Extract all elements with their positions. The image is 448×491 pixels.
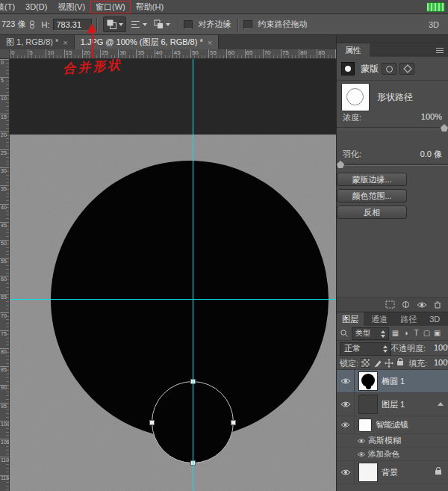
mask-edge-button[interactable]: 蒙版边缘... — [337, 173, 407, 186]
document-tab-bar: 图 1, RGB/8) * × 1.JPG @ 100% (图层 6, RGB/… — [0, 35, 336, 49]
document-tab-1[interactable]: 图 1, RGB/8) * × — [0, 35, 75, 49]
collapse-smart-filters-icon[interactable] — [438, 402, 444, 406]
filter-name[interactable]: 高斯模糊 — [368, 435, 401, 446]
close-tab-icon[interactable]: × — [208, 38, 212, 47]
path-anchor-point[interactable] — [231, 420, 236, 425]
path-anchor-point[interactable] — [149, 420, 155, 425]
fill-value[interactable]: 100% — [434, 358, 448, 367]
circle-path-icon — [346, 88, 364, 105]
layer-thumbnail[interactable] — [358, 371, 378, 391]
canvas-viewport[interactable] — [10, 59, 336, 491]
document-tab-2[interactable]: 1.JPG @ 100% (图层 6, RGB/8) * × — [75, 35, 219, 49]
add-pixel-mask-button[interactable] — [382, 63, 396, 75]
align-edges-label: 对齐边缘 — [198, 19, 231, 30]
visibility-eye-icon[interactable] — [355, 448, 368, 460]
properties-tab-row: 属性 — [337, 43, 448, 57]
lock-label: 锁定: — [340, 358, 358, 369]
layer-thumbnail[interactable] — [358, 463, 378, 482]
tab-properties[interactable]: 属性 — [337, 43, 370, 57]
lock-icon — [397, 361, 403, 365]
blend-mode-select[interactable]: 正常 — [340, 342, 391, 356]
filter-type-label: 类型 — [355, 329, 370, 337]
filter-type-layers-icon[interactable]: T — [411, 328, 421, 339]
layer-row-layer-1[interactable]: 图层 1 — [337, 393, 448, 416]
layer-name[interactable]: 智能滤镜 — [376, 419, 408, 430]
visibility-eye-icon[interactable] — [337, 393, 355, 416]
layer-row-background[interactable]: 背景 — [337, 461, 448, 484]
slider-knob[interactable] — [441, 124, 448, 132]
document-surface[interactable] — [10, 135, 336, 491]
mask-visibility-icon[interactable] — [417, 301, 427, 309]
mask-label: 蒙版 — [361, 63, 379, 75]
layer-name[interactable]: 椭圆 1 — [382, 376, 405, 387]
invert-button[interactable]: 反相 — [337, 206, 407, 219]
layer-row-gaussian-blur[interactable]: 高斯模糊 — [337, 434, 448, 448]
layer-list: 椭圆 1 图层 1 智能滤镜 高斯模糊 — [337, 370, 448, 491]
ruler-number: 5 — [0, 77, 9, 95]
menu-help[interactable]: 帮助(H) — [131, 1, 169, 13]
ruler-number: 15 — [64, 49, 82, 58]
close-tab-icon[interactable]: × — [63, 38, 67, 47]
visibility-eye-icon[interactable] — [337, 370, 355, 392]
filter-name[interactable]: 添加杂色 — [368, 449, 399, 460]
filter-type-select[interactable]: 类型 — [352, 327, 389, 340]
layer-name[interactable]: 背景 — [382, 467, 398, 478]
slider-knob[interactable] — [337, 161, 344, 168]
layer-thumbnail[interactable] — [358, 395, 378, 414]
horizontal-guide[interactable] — [10, 299, 336, 300]
horizontal-ruler[interactable]: 0510152025303540455055606570758085 — [10, 49, 336, 59]
spinner-arrows-icon — [381, 330, 386, 338]
apply-mask-icon[interactable] — [401, 300, 411, 309]
tab-layers[interactable]: 图层 — [337, 312, 364, 327]
tab-3d[interactable]: 3D — [424, 312, 445, 327]
tab-paths[interactable]: 路径 — [395, 312, 422, 327]
add-vector-mask-button[interactable] — [399, 63, 414, 75]
filter-shape-layers-icon[interactable]: ▢ — [422, 328, 432, 339]
density-value[interactable]: 100% — [421, 112, 442, 123]
visibility-eye-icon[interactable] — [355, 434, 368, 447]
opacity-value[interactable]: 100% — [434, 343, 448, 352]
layer-row-ellipse-1[interactable]: 椭圆 1 — [337, 370, 448, 393]
smart-filters-icon[interactable] — [358, 419, 372, 432]
color-range-button[interactable]: 颜色范围... — [337, 189, 407, 203]
workspace-label[interactable]: 3D — [429, 20, 439, 29]
align-edges-checkbox[interactable] — [184, 20, 193, 29]
lock-position-icon[interactable] — [384, 358, 393, 368]
menu-view[interactable]: 视图(V) — [52, 1, 90, 13]
layer-filter-row: 类型 ▦ ◑ T ▢ ▣ — [337, 326, 448, 341]
menu-window[interactable]: 窗口(W) — [90, 1, 131, 13]
layer-row-smart-filters[interactable]: 智能滤镜 — [337, 416, 448, 434]
feather-slider[interactable] — [337, 164, 448, 166]
visibility-eye-icon[interactable] — [337, 461, 355, 484]
menu-3d[interactable]: 3D(D) — [20, 1, 52, 13]
feather-value[interactable]: 0.0 像 — [420, 149, 442, 159]
panel-menu-icon[interactable] — [436, 48, 444, 53]
lock-transparency-icon[interactable] — [361, 358, 370, 368]
load-selection-icon[interactable] — [385, 300, 395, 309]
vertical-guide[interactable] — [193, 59, 193, 491]
filter-adjustment-layers-icon[interactable]: ◑ — [401, 328, 411, 339]
lock-all-icon[interactable] — [395, 358, 405, 368]
ruler-number: 50 — [0, 240, 9, 258]
path-operations-button[interactable] — [103, 16, 126, 32]
vertical-ruler[interactable]: 0510152025303540455055606570758085909510… — [0, 59, 10, 491]
path-arrange-button[interactable] — [151, 17, 172, 31]
vector-mask-thumbnail[interactable] — [341, 83, 370, 111]
layer-name[interactable]: 图层 1 — [382, 399, 405, 410]
menu-filter[interactable]: 滤镜(T) — [0, 1, 20, 13]
filter-smart-objects-icon[interactable]: ▣ — [432, 328, 442, 339]
height-input[interactable] — [53, 19, 92, 31]
density-slider[interactable] — [337, 127, 448, 129]
tab-channels[interactable]: 通道 — [366, 312, 393, 327]
filter-pixel-layers-icon[interactable]: ▦ — [391, 328, 400, 339]
delete-mask-icon[interactable] — [433, 300, 442, 309]
width-value[interactable]: 723 像 — [1, 19, 25, 30]
path-alignment-button[interactable] — [128, 17, 149, 31]
link-dimensions-icon[interactable] — [28, 19, 36, 30]
layer-row-add-noise[interactable]: 添加杂色 — [337, 448, 448, 461]
lock-pixels-icon[interactable] — [373, 358, 382, 368]
constrain-path-drag-checkbox[interactable] — [243, 20, 252, 29]
main-area: 图 1, RGB/8) * × 1.JPG @ 100% (图层 6, RGB/… — [0, 35, 448, 491]
visibility-eye-icon[interactable] — [337, 416, 355, 433]
constrain-path-drag-label: 约束路径拖动 — [258, 19, 307, 30]
